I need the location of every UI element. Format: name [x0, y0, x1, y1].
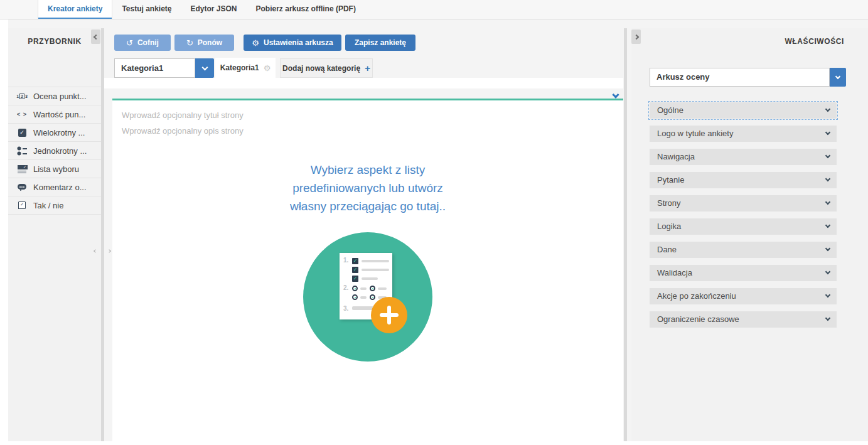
doc-number: 2.: [343, 284, 348, 291]
tab-kreator-ankiety[interactable]: Kreator ankiety: [38, 0, 112, 19]
survey-page-canvas[interactable]: Wprowadź opcjonalny tytuł strony Wprowad…: [112, 99, 623, 445]
main-tab-bar: Kreator ankiety Testuj ankietę Edytor JS…: [0, 0, 868, 19]
left-splitter-handle-icon[interactable]: [94, 250, 110, 252]
category-select[interactable]: Kategoria1: [114, 58, 195, 78]
checkbox-icon: [18, 129, 26, 137]
toolbox-item-wielokrotny-wybor[interactable]: Wielokrotny ...: [8, 124, 101, 142]
toolbox-item-komentarz[interactable]: Komentarz o...: [8, 178, 101, 196]
toolbox-collapse-button[interactable]: [91, 29, 100, 44]
gear-icon: ⚙: [252, 38, 259, 48]
toolbox-item-label: Jednokrotny ...: [33, 146, 87, 156]
redo-label: Ponów: [198, 38, 222, 47]
value-icon: [17, 111, 27, 117]
redo-icon: ↻: [186, 38, 193, 48]
category-select-value: Kategoria1: [121, 63, 163, 73]
survey-creator-app: Kreator ankiety Testuj ankietę Edytor JS…: [0, 0, 868, 445]
accordion-label: Strony: [657, 198, 681, 208]
accordion-label: Akcje po zakończeniu: [657, 291, 736, 301]
category-gear-icon[interactable]: ⚙: [264, 63, 271, 73]
chevron-down-icon: [825, 107, 830, 112]
category-tab-label: Kategoria1: [220, 63, 259, 72]
toolbox-item-label: Wielokrotny ...: [33, 128, 85, 137]
properties-title: WŁAŚCIWOŚCI: [785, 37, 844, 46]
chevron-down-icon: [612, 91, 619, 98]
accordion-logo-w-tytule[interactable]: Logo w tytule ankiety: [650, 126, 837, 142]
undo-label: Cofnij: [137, 38, 159, 47]
page-title-input[interactable]: Wprowadź opcjonalny tytuł strony: [122, 110, 244, 120]
save-label: Zapisz ankietę: [355, 38, 406, 47]
left-splitter[interactable]: [101, 28, 104, 441]
page-collapse-chevron[interactable]: [613, 88, 623, 97]
page-description-input[interactable]: Wprowadź opcjonalny opis strony: [122, 126, 244, 136]
toolbox-item-lista-wyboru[interactable]: Lista wyboru: [8, 160, 101, 178]
chevron-down-icon: [825, 223, 830, 228]
chevron-down-icon: [825, 246, 830, 251]
rating-icon: [16, 94, 28, 99]
selected-object-arrow-button[interactable]: [830, 68, 846, 87]
doc-checkbox-icon: [352, 276, 358, 282]
survey-document-graphic: 1. 2. 3.: [340, 253, 392, 319]
comment-icon: [18, 183, 26, 191]
selected-object-dropdown[interactable]: Arkusz oceny: [650, 68, 846, 87]
toolbox-item-wartosc-punktowa[interactable]: Wartość pun...: [8, 105, 101, 124]
tab-edytor-json[interactable]: Edytor JSON: [181, 0, 247, 19]
accordion-nawigacja[interactable]: Nawigacja: [650, 149, 837, 165]
accordion-label: Dane: [657, 245, 677, 254]
chevron-down-icon: [825, 130, 830, 135]
chevron-down-icon: [201, 64, 208, 70]
doc-number: 1.: [343, 257, 348, 264]
empty-page-illustration: 1. 2. 3.: [112, 100, 623, 445]
toolbox-item-ocena-punktowa[interactable]: Ocena punkt...: [8, 87, 101, 105]
right-splitter[interactable]: [624, 28, 627, 441]
toolbox-item-label: Wartość pun...: [33, 110, 85, 119]
chevron-down-icon: [825, 269, 830, 274]
accordion-akcje-po-zakonczeniu[interactable]: Akcje po zakończeniu: [650, 288, 837, 304]
doc-radio-icon: [370, 294, 375, 300]
toolbox-item-label: Komentarz o...: [33, 183, 87, 192]
accordion-ograniczenie-czasowe[interactable]: Ograniczenie czasowe: [650, 311, 837, 328]
properties-collapse-button[interactable]: [631, 29, 641, 44]
accordion-label: Logika: [657, 222, 681, 231]
add-category-label: Dodaj nową kategorię: [282, 64, 360, 73]
empty-page-message-line: predefiniowanych lub utwórz: [112, 179, 623, 197]
add-plus-badge-icon: [371, 297, 407, 333]
doc-checkbox-icon: [352, 258, 358, 264]
toolbox-item-jednokrotny-wybor[interactable]: Jednokrotny ...: [8, 142, 101, 160]
tab-content-strip: [104, 78, 623, 88]
accordion-walidacja[interactable]: Walidacja: [650, 265, 837, 281]
save-survey-button[interactable]: Zapisz ankietę: [345, 35, 415, 51]
accordion-ogolne[interactable]: Ogólne: [650, 102, 837, 119]
redo-button[interactable]: ↻ Ponów: [174, 35, 234, 51]
accordion-label: Pytanie: [657, 175, 684, 185]
doc-radio-icon: [352, 294, 358, 300]
category-select-arrow-button[interactable]: [195, 58, 214, 78]
accordion-label: Ograniczenie czasowe: [657, 314, 739, 324]
accordion-logika[interactable]: Logika: [650, 218, 837, 235]
add-category-tab[interactable]: Dodaj nową kategorię +: [280, 58, 373, 78]
tab-pobierz-arkusz-pdf[interactable]: Pobierz arkusz offline (PDF): [247, 0, 365, 19]
accordion-label: Logo w tytule ankiety: [657, 129, 733, 138]
toolbox-panel: PRZYBORNIK Ocena punkt... Wartość pun...…: [8, 28, 101, 441]
chevron-down-icon: [825, 292, 830, 298]
accordion-dane[interactable]: Dane: [650, 242, 837, 258]
toolbox-item-label: Ocena punkt...: [33, 92, 87, 101]
selected-object-value: Arkusz oceny: [650, 68, 830, 87]
accordion-pytanie[interactable]: Pytanie: [650, 172, 837, 188]
survey-settings-button[interactable]: ⚙ Ustawienia arkusza: [244, 35, 341, 51]
chevron-down-icon: [825, 176, 830, 181]
accordion-label: Nawigacja: [657, 152, 695, 161]
undo-button[interactable]: ↺ Cofnij: [114, 35, 171, 51]
boolean-icon: [18, 201, 26, 209]
toolbox-list: Ocena punkt... Wartość pun... Wielokrotn…: [8, 87, 101, 215]
accordion-strony[interactable]: Strony: [650, 195, 837, 212]
accordion-label: Walidacja: [657, 268, 692, 277]
toolbox-item-label: Tak / nie: [33, 201, 63, 210]
category-tab-active[interactable]: Kategoria1 ⚙: [215, 58, 276, 78]
doc-checkbox-icon: [352, 267, 358, 273]
toolbox-title: PRZYBORNIK: [8, 28, 101, 46]
tab-testuj-ankiete[interactable]: Testuj ankietę: [112, 0, 181, 19]
toolbox-item-tak-nie[interactable]: Tak / nie: [8, 196, 101, 215]
undo-icon: ↺: [126, 38, 133, 48]
dropdown-icon: [18, 165, 26, 173]
toolbox-item-label: Lista wyboru: [33, 164, 79, 174]
